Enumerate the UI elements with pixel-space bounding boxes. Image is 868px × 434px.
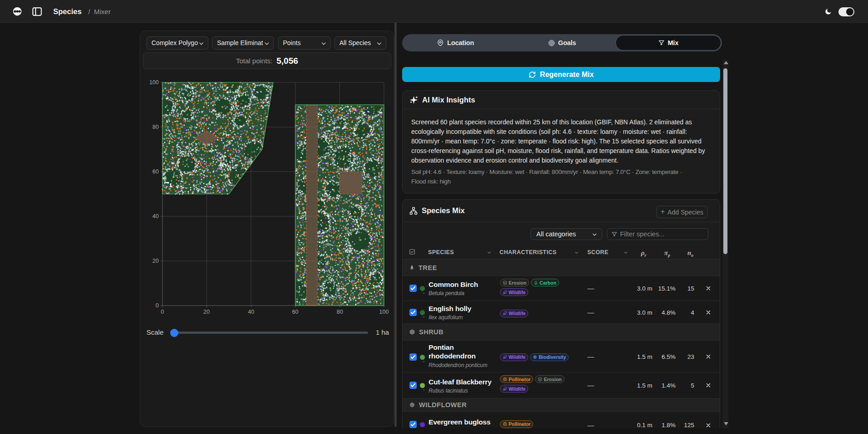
svg-text:20: 20 [152, 258, 159, 264]
svg-text:60: 60 [152, 168, 159, 175]
svg-text:100: 100 [379, 309, 389, 315]
svg-text:60: 60 [292, 309, 298, 315]
svg-text:100: 100 [149, 79, 159, 86]
svg-text:80: 80 [337, 309, 343, 315]
svg-text:20: 20 [203, 309, 210, 315]
svg-text:80: 80 [152, 124, 159, 130]
svg-text:0: 0 [156, 302, 159, 309]
svg-text:40: 40 [248, 309, 254, 315]
svg-text:40: 40 [152, 213, 159, 220]
svg-text:0: 0 [161, 309, 164, 315]
